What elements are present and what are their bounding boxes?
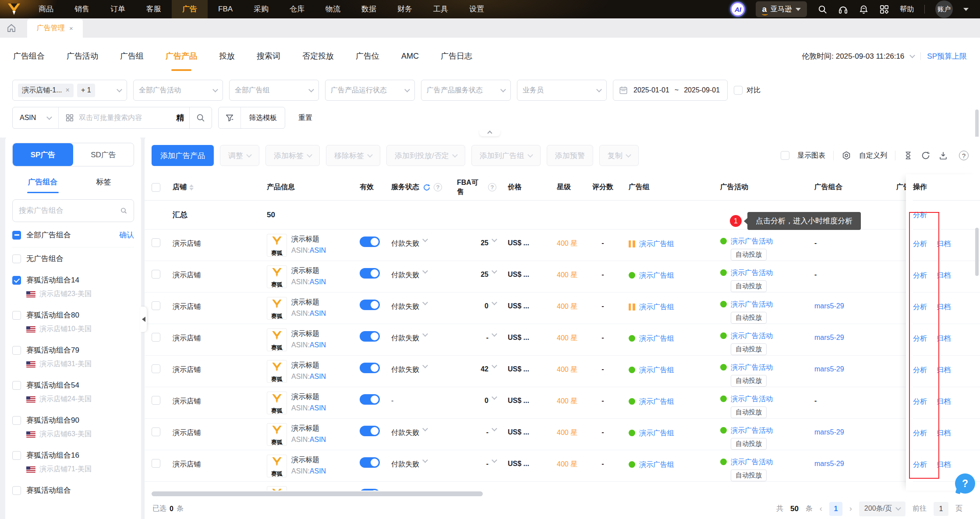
topnav-item[interactable]: 工具 [423,0,459,18]
bulk-action-button[interactable]: 添加到投放/否定 [386,145,465,166]
account-caret-icon[interactable] [963,8,969,11]
topnav-item[interactable]: 广告 [172,0,208,18]
portfolio-checkbox[interactable] [12,346,21,355]
store-filter-tag[interactable]: 演示店铺-1...× [18,84,74,97]
analyze-link[interactable]: 分析 [913,239,927,248]
fba-stock-cell[interactable]: 42 [453,356,496,387]
topnav-item[interactable]: 数据 [351,0,387,18]
service-status-cell[interactable]: 付款失败 [382,450,453,481]
bulk-action-button[interactable]: 添加预警 [547,145,593,166]
row-checkbox[interactable] [152,427,160,436]
asin-link[interactable]: ASIN [310,404,326,412]
archive-link[interactable]: 归档 [937,271,951,280]
close-icon[interactable]: × [66,86,70,94]
topnav-item[interactable]: 仓库 [279,0,315,18]
reset-button[interactable]: 重置 [298,113,312,123]
service-status-cell[interactable]: 付款失败 [382,229,453,261]
batch-search-input[interactable] [79,114,171,122]
app-grid-icon[interactable] [879,4,889,14]
bulk-action-button[interactable]: 移除标签 [326,145,380,166]
bulk-action-button[interactable]: 添加标签 [265,145,320,166]
active-toggle[interactable] [360,363,380,373]
service-status-cell[interactable]: 付款失败 [382,419,453,450]
portfolio-checkbox[interactable] [12,451,21,460]
exact-match-toggle[interactable]: 精 [171,113,189,123]
subnav-item[interactable]: 搜索词 [257,38,280,74]
asin-link[interactable]: ASIN [310,373,326,380]
active-toggle[interactable] [360,300,380,310]
subnav-item[interactable]: 广告组 [120,38,144,74]
ad-group-link[interactable]: 演示广告组 [639,302,674,311]
horizontal-scrollbar-thumb[interactable] [152,491,483,496]
row-checkbox[interactable] [152,333,160,342]
ad-group-link[interactable]: 演示广告组 [639,271,674,280]
campaign-link[interactable]: 演示广告活动 [731,363,773,372]
product-thumbnail[interactable]: 赛狐 [267,265,287,288]
analyze-link[interactable]: 分析 [913,365,927,374]
subnav-item[interactable]: 投放 [219,38,235,74]
store-filter-select[interactable]: 演示店铺-1...× + 1 [12,80,127,101]
subnav-item[interactable]: 广告组合 [13,38,45,74]
fba-stock-cell[interactable]: 25 [453,261,496,292]
service-status-cell[interactable]: 付款失败 [382,356,453,387]
refresh-status-icon[interactable] [423,184,431,191]
sd-ads-tab[interactable]: SD广告 [73,143,134,166]
refresh-icon[interactable] [921,151,930,160]
campaign-link[interactable]: 演示广告活动 [731,300,773,309]
active-toggle[interactable] [360,394,380,405]
date-end-value[interactable]: 2025-09-01 [684,86,720,94]
campaign-link[interactable]: 演示广告活动 [731,426,773,435]
topnav-item[interactable]: 客服 [136,0,172,18]
filter-collapse-handle[interactable] [479,130,500,136]
goto-page-input[interactable]: 1 [934,502,948,516]
product-title[interactable]: 演示标题 [291,424,326,433]
help-link[interactable]: 帮助 [900,5,914,14]
subnav-item[interactable]: 广告位 [356,38,379,74]
portfolio-list-item[interactable]: 赛狐活动组合79 演示店铺31-美国 [12,339,134,374]
product-thumbnail[interactable]: 赛狐 [267,423,287,446]
archive-link[interactable]: 归档 [937,460,951,469]
product-title[interactable]: 演示标题 [291,235,326,244]
ai-assistant-button[interactable]: AI [730,2,745,17]
product-thumbnail[interactable]: 赛狐 [267,360,287,383]
next-page-button[interactable]: › [849,504,852,513]
chevron-down-icon[interactable] [909,53,915,58]
product-title[interactable]: 演示标题 [291,298,326,307]
campaign-link[interactable]: 演示广告活动 [731,237,773,246]
bulk-action-button[interactable]: 添加到广告组 [471,145,541,166]
tab-portfolio[interactable]: 广告组合 [12,173,73,193]
analyze-link[interactable]: 分析 [913,428,927,438]
archive-link[interactable]: 归档 [937,239,951,248]
help-chat-bubble-button[interactable]: ? [955,473,975,494]
asin-link[interactable]: ASIN [310,278,326,286]
filter-select[interactable]: 业务员 [517,80,607,101]
fba-stock-cell[interactable]: 0 [453,293,496,324]
filter-select[interactable]: 广告产品运行状态 [325,80,415,101]
portfolio-checkbox[interactable] [12,311,21,320]
asin-link[interactable]: ASIN [310,467,326,475]
store-filter-more-count[interactable]: + 1 [77,84,95,97]
topnav-item[interactable]: FBA [208,0,243,18]
compare-checkbox-row[interactable]: 对比 [734,86,761,95]
topnav-item[interactable]: 财务 [387,0,423,18]
archive-link[interactable]: 归档 [937,397,951,406]
sp-ads-tab[interactable]: SP广告 [13,143,73,166]
product-thumbnail[interactable]: 赛狐 [267,328,287,351]
headset-icon[interactable] [838,4,848,14]
fba-stock-cell[interactable]: - [453,324,496,355]
product-thumbnail[interactable]: 赛狐 [267,297,287,320]
portfolio-list-item[interactable]: 无广告组合 [12,247,134,269]
tab-ad-management[interactable]: 广告管理 × [27,18,83,38]
topnav-item[interactable]: 商品 [28,0,64,18]
filter-select[interactable]: 广告产品服务状态 [421,80,511,101]
help-icon[interactable] [959,151,969,160]
product-thumbnail[interactable]: 赛狐 [267,486,287,491]
campaign-link[interactable]: 演示广告活动 [731,331,773,340]
ad-group-link[interactable]: 演示广告组 [639,428,674,438]
subnav-item[interactable]: 否定投放 [302,38,334,74]
account-avatar[interactable]: 账户 [935,0,953,18]
analyze-link[interactable]: 分析 [913,397,927,406]
notification-bell-icon[interactable] [859,4,869,14]
compare-checkbox[interactable] [734,86,743,95]
bulk-action-button[interactable]: 调整 [220,145,259,166]
